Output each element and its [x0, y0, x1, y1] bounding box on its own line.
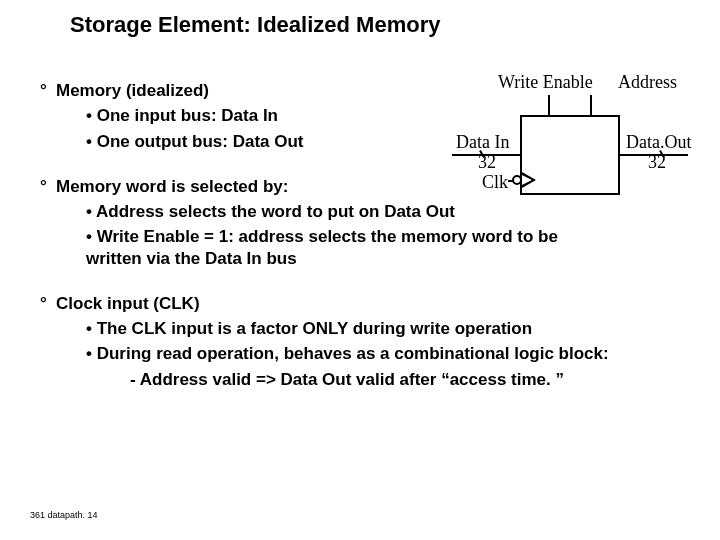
bullet-3: ° Clock input (CLK) [40, 293, 680, 314]
spacer [40, 269, 680, 283]
degree-bullet-icon: ° [40, 293, 56, 314]
bullet-1-text: Memory (idealized) [56, 80, 209, 101]
bullet-3a: • The CLK input is a factor ONLY during … [86, 318, 680, 339]
bullet-2b: • Write Enable = 1: address selects the … [86, 226, 566, 269]
slide-root: Storage Element: Idealized Memory Write … [0, 0, 720, 540]
bullet-3-text: Clock input (CLK) [56, 293, 200, 314]
bullet-2a: • Address selects the word to put on Dat… [86, 201, 680, 222]
bullet-1a: • One input bus: Data In [86, 105, 680, 126]
bullet-2: ° Memory word is selected by: [40, 176, 680, 197]
bullet-2-text: Memory word is selected by: [56, 176, 288, 197]
spacer [40, 152, 680, 166]
bullet-3c: - Address valid => Data Out valid after … [130, 369, 680, 390]
slide-body: ° Memory (idealized) • One input bus: Da… [40, 80, 680, 390]
bullet-3b: • During read operation, behaves as a co… [86, 343, 646, 364]
slide-title: Storage Element: Idealized Memory [70, 12, 440, 38]
bullet-1b: • One output bus: Data Out [86, 131, 680, 152]
bullet-1: ° Memory (idealized) [40, 80, 680, 101]
degree-bullet-icon: ° [40, 176, 56, 197]
slide-footer: 361 datapath. 14 [30, 510, 98, 520]
degree-bullet-icon: ° [40, 80, 56, 101]
